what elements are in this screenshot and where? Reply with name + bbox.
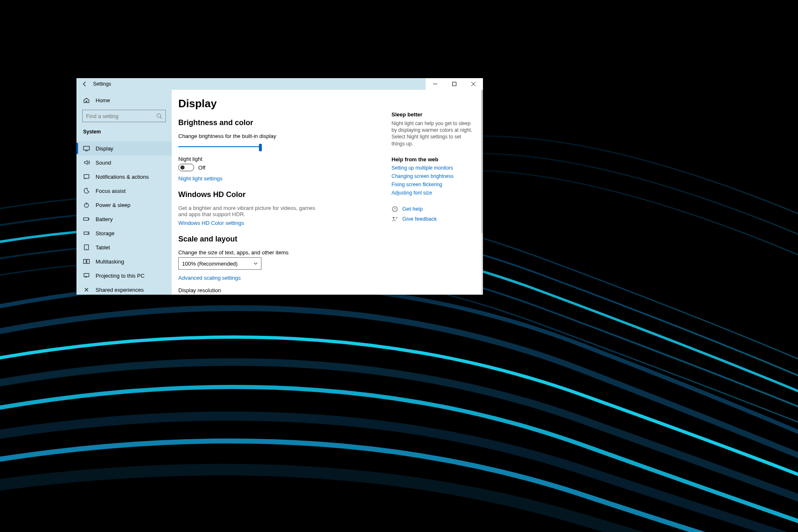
svg-point-11 (86, 249, 86, 249)
focus-assist-icon (83, 187, 90, 194)
titlebar: Settings (76, 78, 483, 90)
night-light-settings-link[interactable]: Night light settings (178, 175, 222, 182)
sidebar-item-label: Tablet (96, 244, 110, 251)
sidebar-item-label: Battery (96, 216, 113, 222)
help-icon: ? (392, 206, 398, 212)
brightness-slider[interactable] (178, 142, 261, 152)
sidebar-item-notifications[interactable]: Notifications & actions (76, 170, 172, 184)
help-from-web-title: Help from the web (392, 156, 475, 163)
multitasking-icon (83, 258, 90, 265)
sidebar-item-display[interactable]: Display (76, 141, 172, 155)
svg-point-17 (393, 217, 394, 219)
search-input[interactable] (86, 113, 156, 119)
slider-track (178, 146, 261, 147)
sidebar-item-projecting[interactable]: Projecting to this PC (76, 268, 172, 283)
sidebar-item-label: Projecting to this PC (96, 273, 145, 279)
sidebar-category: System (76, 126, 172, 138)
content-side: Sleep better Night light can help you ge… (392, 90, 483, 295)
sound-icon (83, 159, 90, 166)
svg-rect-4 (84, 175, 89, 178)
section-scale-layout: Scale and layout (178, 235, 385, 244)
night-light-toggle[interactable]: Off (178, 164, 385, 171)
sidebar-item-battery[interactable]: Battery (76, 212, 172, 226)
scale-label: Change the size of text, apps, and other… (178, 249, 385, 256)
sidebar: Home System Display Sound Notifications … (76, 90, 172, 295)
arrow-left-icon (82, 81, 88, 87)
give-feedback-link[interactable]: Give feedback (392, 216, 475, 222)
sidebar-item-shared-experiences[interactable]: Shared experiences (76, 283, 172, 295)
svg-point-9 (88, 233, 89, 234)
night-light-label: Night light (178, 156, 385, 162)
toggle-switch[interactable] (178, 164, 194, 171)
settings-window: Settings Home System (76, 78, 483, 295)
window-close-button[interactable] (464, 78, 483, 90)
shared-experiences-icon (83, 286, 90, 293)
sidebar-item-label: Power & sleep (96, 202, 131, 208)
sidebar-item-label: Focus assist (96, 188, 126, 194)
hd-color-description: Get a brighter and more vibrant picture … (178, 205, 320, 217)
content-scrollbar[interactable] (481, 90, 483, 295)
get-help-label: Get help (402, 206, 423, 212)
page-title: Display (178, 97, 385, 110)
feedback-icon (392, 216, 398, 222)
minimize-icon (433, 82, 437, 86)
help-link-multiple-monitors[interactable]: Setting up multiple monitors (392, 165, 475, 171)
tablet-icon (83, 244, 90, 251)
notifications-icon (83, 173, 90, 180)
get-help-link[interactable]: ? Get help (392, 206, 475, 212)
sleep-better-title: Sleep better (392, 111, 475, 118)
battery-icon (83, 216, 90, 222)
svg-rect-1 (453, 82, 456, 86)
window-minimize-button[interactable] (426, 78, 445, 90)
resolution-label: Display resolution (178, 287, 385, 293)
svg-rect-3 (84, 146, 89, 150)
sleep-better-body: Night light can help you get to sleep by… (392, 120, 475, 147)
sidebar-item-tablet[interactable]: Tablet (76, 240, 172, 254)
svg-text:?: ? (394, 207, 396, 211)
advanced-scaling-link[interactable]: Advanced scaling settings (178, 275, 241, 281)
help-link-font-size[interactable]: Adjusting font size (392, 190, 475, 196)
sidebar-item-label: Multitasking (96, 259, 124, 265)
svg-rect-7 (89, 219, 89, 219)
projecting-icon (83, 272, 90, 279)
scale-dropdown[interactable]: 100% (Recommended) (178, 257, 261, 270)
sidebar-item-focus-assist[interactable]: Focus assist (76, 184, 172, 198)
svg-rect-14 (84, 273, 89, 277)
sidebar-item-label: Home (96, 97, 110, 103)
sidebar-item-label: Notifications & actions (96, 174, 149, 180)
close-icon (471, 82, 475, 86)
hd-color-settings-link[interactable]: Windows HD Color settings (178, 220, 244, 226)
display-icon (83, 145, 90, 152)
sidebar-item-power-sleep[interactable]: Power & sleep (76, 198, 172, 212)
brightness-slider-label: Change brightness for the built-in displ… (178, 133, 385, 139)
scrollbar-thumb[interactable] (481, 90, 483, 233)
help-link-screen-brightness[interactable]: Changing screen brightness (392, 173, 475, 179)
sidebar-item-home[interactable]: Home (76, 93, 172, 107)
search-icon (156, 113, 162, 119)
sidebar-item-label: Shared experiences (96, 287, 144, 293)
section-brightness-color: Brightness and color (178, 118, 385, 127)
content-area: Display Brightness and color Change brig… (172, 90, 483, 295)
power-icon (83, 202, 90, 208)
slider-thumb[interactable] (259, 144, 262, 151)
scale-value: 100% (Recommended) (182, 261, 238, 267)
content-main: Display Brightness and color Change brig… (172, 90, 392, 295)
svg-rect-13 (87, 259, 89, 264)
window-maximize-button[interactable] (445, 78, 464, 90)
give-feedback-label: Give feedback (402, 216, 437, 222)
home-icon (83, 97, 90, 103)
help-link-screen-flickering[interactable]: Fixing screen flickering (392, 182, 475, 187)
sidebar-item-label: Display (96, 145, 113, 152)
sidebar-item-sound[interactable]: Sound (76, 155, 172, 170)
section-windows-hd-color: Windows HD Color (178, 190, 385, 199)
search-box[interactable] (82, 110, 166, 122)
sidebar-item-multitasking[interactable]: Multitasking (76, 254, 172, 268)
window-title: Settings (93, 81, 111, 87)
sidebar-item-label: Sound (96, 160, 111, 166)
svg-rect-6 (84, 218, 89, 220)
svg-rect-12 (84, 259, 86, 264)
sidebar-item-storage[interactable]: Storage (76, 226, 172, 240)
svg-point-2 (157, 114, 161, 118)
toggle-state: Off (198, 165, 205, 171)
back-button[interactable] (76, 78, 93, 90)
